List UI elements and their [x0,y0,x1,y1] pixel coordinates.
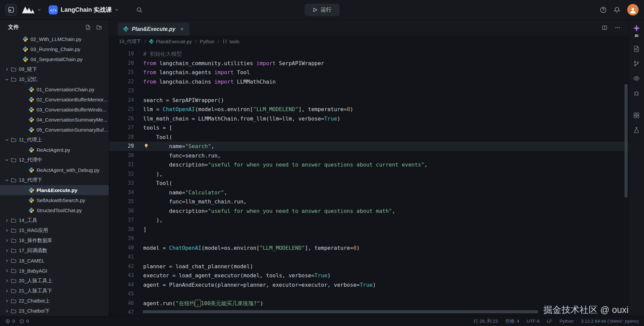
run-button[interactable]: 运行 [305,4,339,16]
tree-folder[interactable]: 23_Chatbot下 [0,306,109,316]
split-editor-icon[interactable] [602,25,607,31]
tree-folder[interactable]: 09_链下 [0,64,109,74]
tree-file[interactable]: 04_ConversationSummaryMe... [0,114,109,125]
code-line[interactable]: 26llm_math_chain = LLMMathChain.from_llm… [109,114,629,124]
horizontal-scrollbar[interactable] [143,310,538,313]
python-interpreter[interactable]: 3.12.2 64-bit ('shims': pyenv) [581,319,639,324]
chevron-down-icon [5,138,9,142]
tree-file[interactable]: 01_ConversationChain.py [0,84,109,94]
code-line[interactable]: 39 [109,234,629,243]
tab-plan-execute[interactable]: Plan&Execute.py [118,22,190,36]
language-mode[interactable]: Python [559,319,574,324]
new-folder-icon[interactable] [96,25,102,30]
chevron-right-icon [5,248,9,253]
tree-folder[interactable]: 22_Chatbot上 [0,296,109,306]
tree-file[interactable]: 05_ConversationSummaryBuff... [0,125,109,135]
code-line[interactable]: 43executor = load_agent_executor(model, … [109,271,629,280]
tree-folder[interactable]: 10_记忆 [0,74,109,84]
code-line[interactable]: 31 description="useful for when you need… [109,160,629,170]
breadcrumb-item[interactable]: Python [200,39,215,44]
code-line[interactable]: 23 [109,86,629,96]
project-switcher[interactable]: </> LangChain 实战课 [49,5,119,14]
tree-folder[interactable]: 20_人脉工具上 [0,276,109,286]
code-text: agent = PlanAndExecute(planner=planner, … [134,280,376,290]
code-line[interactable]: 40model = ChatOpenAI(model=os.environ["L… [109,243,629,253]
code-line[interactable]: 35 func=llm_math_chain.run, [109,197,629,206]
extensions-button[interactable] [633,112,640,119]
status-bar: 0 0 行 29, 列 23空格: 4UTF-8LFPython3.12.2 6… [0,316,644,326]
tree-folder[interactable]: 21_人脉工具下 [0,286,109,296]
tree-file[interactable]: 02_With_LLMChain.py [0,34,109,44]
code-line[interactable]: 42planner = load_chat_planner(model) [109,262,629,271]
code-line[interactable]: 28 Tool( [109,133,629,142]
code-line[interactable]: 36 description="useful for when you need… [109,206,629,216]
tree-folder[interactable]: 11_代理上 [0,135,109,145]
code-line[interactable]: 29 name="Search", [109,142,629,151]
debug-button[interactable] [633,90,640,97]
tree-file[interactable]: ReActAgent_with_Debug.py [0,165,109,175]
indentation[interactable]: 空格: 4 [505,318,519,324]
vertical-scrollbar[interactable] [625,84,628,197]
code-line[interactable]: 41 [109,252,629,262]
tree-file[interactable]: Plan&Execute.py [0,185,109,195]
tree-file[interactable]: ReActAgent.py [0,145,109,155]
bell-icon[interactable] [613,6,621,13]
code-line[interactable]: 37 ), [109,216,629,225]
more-actions-icon[interactable] [615,25,621,31]
help-icon[interactable] [600,6,607,13]
tree-folder[interactable]: 18_CAMEL [0,255,109,266]
code-line[interactable]: 27tools = [ [109,123,629,133]
file-search-button[interactable] [633,45,640,52]
tree-folder[interactable]: 17_回调函数 [0,245,109,255]
source-control-button[interactable] [633,60,640,67]
tree-folder[interactable]: 19_BabyAGI [0,266,109,276]
code-line[interactable]: 24search = SerpAPIWrapper() [109,96,629,105]
folder-icon [11,218,16,223]
tree-folder[interactable]: 15_RAG应用 [0,225,109,235]
tree-item-label: 11_代理上 [19,137,42,143]
code-line[interactable]: 32 ), [109,170,629,179]
code-line[interactable]: 22from langchain.chains import LLMMathCh… [109,77,629,87]
code-line[interactable]: 20from langchain_community.utilities imp… [109,59,629,68]
tree-folder[interactable]: 12_代理中 [0,155,109,165]
folder-icon [11,258,16,264]
tree-folder[interactable]: 13_代理下 [0,175,109,185]
breadcrumb-item[interactable]: 13_代理下 [119,39,141,45]
breadcrumb-item[interactable]: Plan&Execute.py [149,39,192,44]
eol[interactable]: LF [547,319,552,324]
code-line[interactable]: 34 name="Calculator", [109,188,629,197]
new-file-icon[interactable] [85,25,91,30]
avatar[interactable] [627,4,639,15]
code-line[interactable]: 44agent = PlanAndExecute(planner=planner… [109,280,629,290]
code-line[interactable]: 38] [109,225,629,234]
tree-file[interactable]: StructedToolChat.py [0,205,109,215]
tree-file[interactable]: SelfAskwithSearch.py [0,195,109,205]
code-line[interactable]: 21from langchain.agents import Tool [109,68,629,77]
app-menu-button[interactable] [5,4,17,15]
tests-button[interactable] [633,127,640,134]
code-line[interactable]: 33 Tool( [109,179,629,188]
search-icon[interactable] [136,7,143,13]
code-line[interactable]: 30 func=search.run, [109,151,629,160]
tree-file[interactable]: 03_ConversationBufferWindo... [0,104,109,114]
close-icon[interactable] [180,27,184,31]
cursor-position[interactable]: 行 29, 列 23 [474,318,498,324]
code-preview-button[interactable] [633,75,640,82]
code-line[interactable]: 45 [109,289,629,299]
code-line[interactable]: 19# 初始化大模型 [109,49,629,59]
tree-file[interactable]: 03_Running_Chain.py [0,44,109,54]
breadcrumb-item[interactable]: tools [222,39,239,44]
ai-assistant-button[interactable]: AI [632,24,641,38]
workspace-switcher[interactable] [21,5,41,14]
code-editor[interactable]: 19# 初始化大模型20from langchain_community.uti… [109,47,629,316]
encoding[interactable]: UTF-8 [527,319,539,324]
error-count: 0 [12,319,15,324]
problems-indicator[interactable]: 0 0 [5,319,31,324]
tree-file[interactable]: 02_ConversationBufferMemor... [0,94,109,104]
tree-folder[interactable]: 16_操作数据库 [0,235,109,245]
breadcrumb-separator: / [144,39,146,44]
code-line[interactable]: 25llm = ChatOpenAI(model=os.environ["LLM… [109,105,629,114]
tree-file[interactable]: 04_SequentialChain.py [0,54,109,64]
tree-folder[interactable]: 14_工具 [0,215,109,225]
lightbulb-icon[interactable] [144,143,149,149]
